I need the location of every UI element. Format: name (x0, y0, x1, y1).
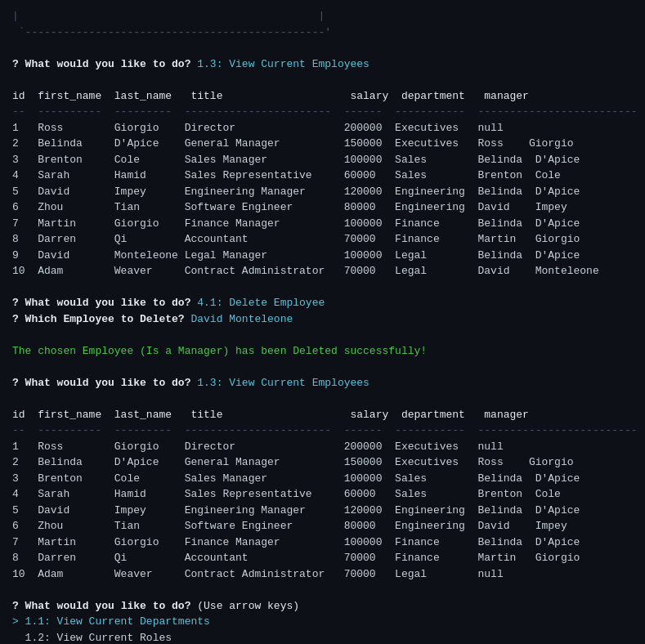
prompt-view-employees-1: ? What would you like to do? 1.3: View C… (12, 56, 633, 73)
blank-line-7 (12, 582, 633, 598)
table-row: 5 David Impey Engineering Manager 120000… (12, 503, 633, 519)
prompt-question-2: ? (12, 297, 25, 309)
top-dashes-line: `---------------------------------------… (12, 25, 633, 41)
blank-line-2 (12, 72, 633, 88)
table-row: 4 Sarah Hamid Sales Representative 60000… (12, 486, 633, 503)
table-row: 2 Belinda D'Apice General Manager 150000… (12, 136, 633, 152)
prompt-label-5: What would you like to do? (25, 600, 198, 612)
prompt-label-3: Which Employee to Delete? (25, 313, 191, 325)
table-row: 6 Zhou Tian Software Engineer 80000 Engi… (12, 518, 633, 534)
prompt-which-employee: ? Which Employee to Delete? David Montel… (12, 311, 633, 328)
prompt-view-employees-2: ? What would you like to do? 1.3: View C… (12, 375, 633, 391)
prompt-question-5: ? (12, 600, 25, 612)
table-row: 1 Ross Giorgio Director 200000 Executive… (12, 439, 633, 455)
prompt-value-3: David Monteleone (190, 313, 293, 325)
prompt-label-4: What would you like to do? (25, 377, 198, 389)
table-row: 8 Darren Qi Accountant 70000 Finance Mar… (12, 231, 633, 248)
menu-item-selected[interactable]: > 1.1: View Current Departments (12, 614, 633, 630)
table-row: 3 Brenton Cole Sales Manager 100000 Sale… (12, 471, 633, 487)
table-row: 7 Martin Giorgio Finance Manager 100000 … (12, 216, 633, 232)
table-row: 5 David Impey Engineering Manager 120000… (12, 184, 633, 200)
terminal-container: | | `-----------------------------------… (12, 8, 633, 644)
prompt-value-2: 4.1: Delete Employee (197, 297, 325, 309)
prompt-label-1: What would you like to do? (25, 58, 198, 70)
prompt-menu: ? What would you like to do? (Use arrow … (12, 598, 633, 615)
blank-line-5 (12, 359, 633, 375)
table-row: 10 Adam Weaver Contract Administrator 70… (12, 566, 633, 583)
table2-divider: -- ---------- --------- ----------------… (12, 423, 633, 439)
prompt-value-5: (Use arrow keys) (197, 600, 299, 612)
success-message: The chosen Employee (Is a Manager) has b… (12, 343, 633, 360)
table-row: 10 Adam Weaver Contract Administrator 70… (12, 263, 633, 280)
table1-header: id first_name last_name title salary dep… (12, 88, 633, 105)
table2-header: id first_name last_name title salary dep… (12, 407, 633, 423)
menu-item[interactable]: 1.2: View Current Roles (12, 630, 633, 645)
table-row: 2 Belinda D'Apice General Manager 150000… (12, 454, 633, 471)
table-row: 3 Brenton Cole Sales Manager 100000 Sale… (12, 152, 633, 168)
prompt-question-mark-1: ? (12, 58, 25, 70)
prompt-question-3: ? (12, 313, 25, 325)
blank-line-3 (12, 280, 633, 296)
table-row: 4 Sarah Hamid Sales Representative 60000… (12, 168, 633, 184)
prompt-delete-action: ? What would you like to do? 4.1: Delete… (12, 295, 633, 311)
table-row: 9 David Monteleone Legal Manager 100000 … (12, 248, 633, 264)
blank-line-1 (12, 40, 633, 56)
prompt-question-4: ? (12, 377, 25, 389)
prompt-label-2: What would you like to do? (25, 297, 198, 309)
table1-divider: -- ---------- --------- ----------------… (12, 104, 633, 120)
table-row: 6 Zhou Tian Software Engineer 80000 Engi… (12, 199, 633, 216)
prompt-value-1: 1.3: View Current Employees (197, 58, 370, 70)
blank-line-4 (12, 327, 633, 343)
table-row: 1 Ross Giorgio Director 200000 Executive… (12, 120, 633, 136)
table-row: 7 Martin Giorgio Finance Manager 100000 … (12, 534, 633, 551)
table-row: 8 Darren Qi Accountant 70000 Finance Mar… (12, 550, 633, 566)
prompt-value-4: 1.3: View Current Employees (197, 377, 370, 389)
top-bar-line: | | (12, 8, 633, 25)
blank-line-6 (12, 391, 633, 407)
